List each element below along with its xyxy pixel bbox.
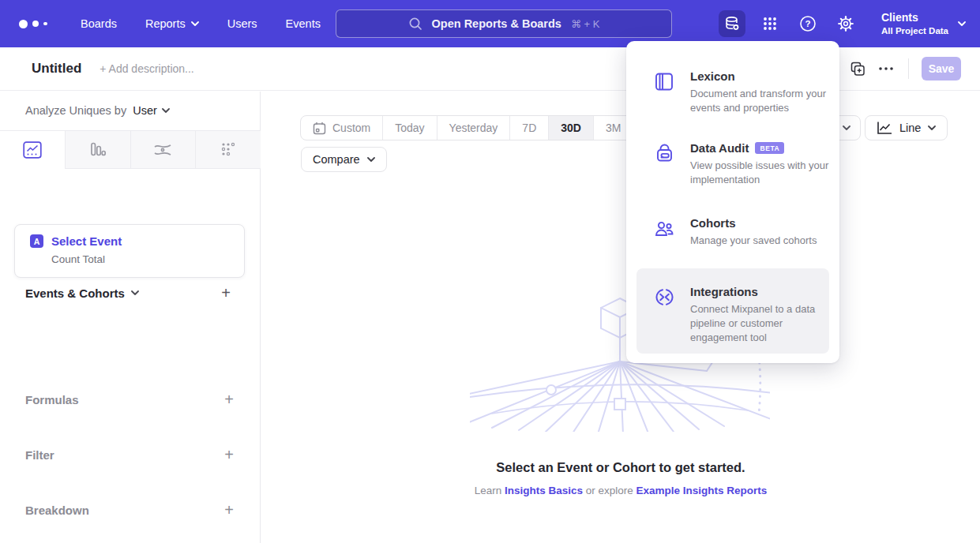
empty-state-title: Select an Event or Cohort to get started…: [261, 460, 980, 475]
filter-label: Filter: [25, 448, 54, 462]
mixpanel-logo[interactable]: [19, 20, 55, 28]
chart-type-dropdown[interactable]: Line: [865, 115, 948, 140]
nav-item-events[interactable]: Events: [272, 0, 335, 47]
range-today[interactable]: Today: [382, 116, 436, 140]
range-label: Yesterday: [449, 122, 498, 134]
chevron-down-icon: [131, 290, 139, 295]
chevron-down-icon: [191, 21, 199, 26]
analyze-prefix: Analyze Uniques by: [25, 104, 126, 117]
project-name: All Project Data: [881, 25, 948, 36]
menu-item-description: Connect Mixpanel to a data pipeline or c…: [690, 302, 829, 344]
menu-item-title: Cohorts: [690, 216, 736, 230]
events-cohorts-header: Events & Cohorts +: [25, 284, 235, 301]
compare-label: Compare: [313, 153, 360, 166]
menu-item-cohorts[interactable]: Cohorts Manage your saved cohorts: [626, 216, 839, 248]
flows-icon: [153, 142, 172, 158]
tab-bar-chart[interactable]: [66, 131, 131, 168]
add-description-field[interactable]: + Add description...: [100, 62, 193, 75]
menu-item-description: Manage your saved cohorts: [690, 234, 832, 248]
chevron-down-icon: [928, 125, 936, 130]
data-management-icon[interactable]: [719, 10, 745, 37]
line-chart-icon: [877, 121, 892, 135]
search-label: Open Reports & Boards: [432, 17, 561, 30]
svg-text:?: ?: [805, 19, 810, 28]
nav-item-label: Reports: [145, 17, 186, 30]
menu-item-title: Data Audit: [690, 141, 749, 155]
event-card[interactable]: A Select Event Count Total: [14, 224, 245, 278]
nav-item-label: Boards: [81, 17, 117, 30]
tab-line-chart[interactable]: [0, 131, 66, 168]
nav-item-boards[interactable]: Boards: [66, 0, 131, 47]
nav-item-label: Events: [286, 17, 321, 30]
calendar-icon: [313, 122, 326, 135]
nav-item-reports[interactable]: Reports: [131, 0, 213, 47]
add-breakdown-button[interactable]: +: [220, 501, 238, 519]
empty-state-links: Learn Insights Basics or explore Example…: [261, 485, 980, 496]
nav-links: Boards Reports Users Events: [66, 0, 335, 47]
bar-chart-icon: [89, 141, 107, 159]
events-cohorts-label: Events & Cohorts: [25, 286, 125, 300]
menu-item-description: View possible issues with your implement…: [690, 159, 832, 187]
integrations-icon: [654, 286, 676, 308]
range-label: 7D: [522, 122, 536, 134]
line-chart-icon: [23, 141, 42, 159]
tab-flows[interactable]: [131, 131, 197, 168]
range-yesterday[interactable]: Yesterday: [437, 116, 510, 140]
range-7d[interactable]: 7D: [509, 116, 548, 140]
cohorts-icon: [654, 218, 676, 239]
event-badge: A: [30, 234, 43, 248]
beta-badge: BETA: [755, 142, 784, 154]
audit-icon: [654, 143, 676, 164]
example-insights-reports-link[interactable]: Example Insights Reports: [636, 485, 768, 496]
range-label: 3M: [606, 122, 621, 134]
save-button[interactable]: Save: [922, 57, 961, 81]
chart-type-tabs: [0, 130, 261, 169]
range-label: Custom: [332, 122, 370, 134]
count-total-dropdown[interactable]: Count Total: [51, 253, 244, 265]
menu-item-title: Integrations: [690, 285, 758, 298]
report-title[interactable]: Untitled: [32, 61, 81, 77]
or-explore-text: or explore: [583, 485, 636, 496]
dot-grid-icon: [220, 142, 236, 158]
select-event-label[interactable]: Select Event: [51, 234, 122, 248]
divider: [908, 58, 909, 79]
top-navbar: Boards Reports Users Events Open Reports…: [0, 0, 980, 47]
add-formula-button[interactable]: +: [220, 391, 238, 408]
menu-item-data-audit[interactable]: Data Audit BETA View possible issues wit…: [626, 141, 839, 187]
compare-dropdown[interactable]: Compare: [301, 147, 387, 172]
insights-basics-link[interactable]: Insights Basics: [505, 485, 583, 496]
project-switcher[interactable]: Clients All Project Data: [881, 11, 966, 36]
nav-item-label: Users: [227, 17, 257, 30]
breakdown-section: Breakdown +: [25, 501, 238, 519]
analyze-value: User: [133, 104, 157, 117]
chevron-down-icon: [958, 21, 966, 26]
menu-item-lexicon[interactable]: Lexicon Document and transform your even…: [626, 69, 839, 115]
nav-item-users[interactable]: Users: [213, 0, 272, 47]
apps-grid-icon[interactable]: [757, 10, 783, 37]
settings-gear-icon[interactable]: [832, 10, 859, 37]
report-canvas: Custom Today Yesterday 7D 30D 3M 6M Comp…: [261, 92, 980, 543]
tab-metrics-grid[interactable]: [196, 131, 261, 168]
book-icon: [654, 71, 676, 92]
chevron-down-icon: [843, 125, 850, 130]
org-name: Clients: [881, 11, 948, 25]
range-custom[interactable]: Custom: [301, 116, 382, 140]
menu-item-description: Document and transform your events and p…: [690, 87, 832, 115]
learn-prefix: Learn: [475, 485, 505, 496]
add-event-button[interactable]: +: [217, 284, 235, 301]
analyze-uniques-dropdown[interactable]: Analyze Uniques by User: [25, 104, 170, 117]
filter-section: Filter +: [25, 446, 238, 463]
add-filter-button[interactable]: +: [220, 446, 238, 463]
date-range-control: Custom Today Yesterday 7D 30D 3M 6M: [300, 115, 674, 140]
help-icon[interactable]: ?: [794, 10, 821, 37]
search-shortcut: ⌘ + K: [571, 18, 600, 30]
data-management-menu: Lexicon Document and transform your even…: [626, 41, 839, 363]
range-label: 30D: [561, 122, 581, 134]
duplicate-icon[interactable]: [843, 56, 872, 81]
range-30d[interactable]: 30D: [548, 116, 593, 140]
global-search-button[interactable]: Open Reports & Boards ⌘ + K: [336, 9, 672, 38]
events-cohorts-dropdown[interactable]: Events & Cohorts: [25, 286, 139, 300]
menu-item-integrations[interactable]: Integrations Connect Mixpanel to a data …: [636, 268, 829, 354]
more-options-icon[interactable]: [872, 56, 900, 81]
chevron-down-icon: [367, 157, 375, 162]
